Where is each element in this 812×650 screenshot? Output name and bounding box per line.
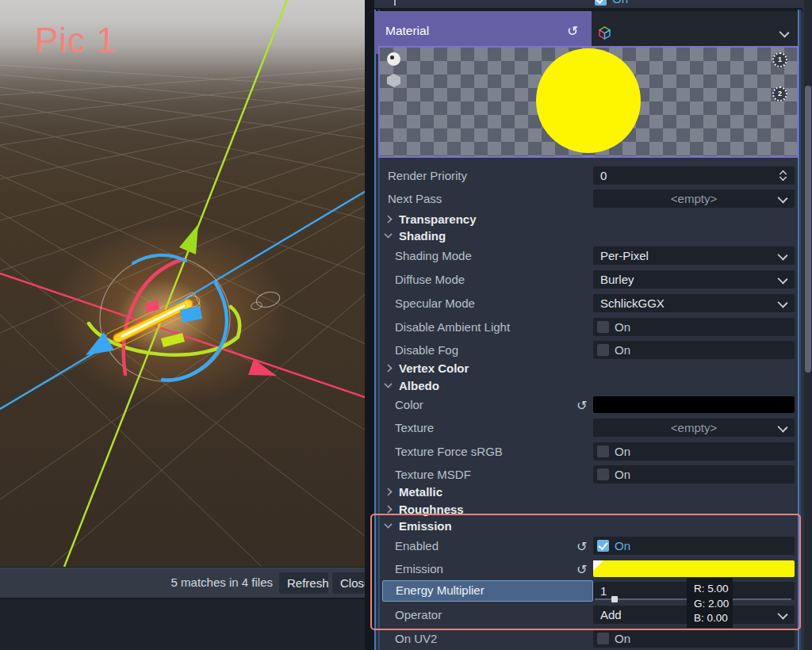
checkbox-unchecked[interactable]: [597, 633, 609, 644]
property-label: Specular Mode: [395, 296, 475, 310]
property-label: Shading Mode: [395, 249, 472, 262]
section-shading[interactable]: Shading: [385, 229, 446, 243]
dropdown-value: Add: [600, 608, 622, 621]
emission-color-picker[interactable]: [593, 560, 795, 577]
dropdown-value: SchlickGGX: [600, 296, 665, 310]
panel-divider[interactable]: [365, 0, 374, 650]
spinbox-value: 0: [600, 169, 607, 182]
next-pass-resource-picker[interactable]: <empty>: [593, 189, 795, 208]
property-label: Emission: [395, 562, 443, 575]
scrollbar-thumb[interactable]: [805, 86, 811, 373]
section-title: Metallic: [399, 485, 442, 499]
tooltip-red: R: 5.00: [694, 582, 733, 597]
color-value-tooltip: R: 5.00 G: 2.00 B: 0.00: [687, 578, 733, 628]
slider-handle[interactable]: [611, 596, 618, 602]
property-label: Enabled: [395, 539, 439, 552]
section-transparency[interactable]: Transparency: [385, 212, 477, 227]
section-albedo[interactable]: Albedo: [385, 379, 439, 393]
row-next-pass: Next Pass <empty>: [374, 189, 802, 208]
checkbox-checked[interactable]: [597, 540, 609, 552]
checkbox-unchecked[interactable]: [597, 445, 609, 457]
section-title: Transparency: [399, 212, 477, 226]
checkbox-label: On: [612, 0, 628, 6]
sphere-preview-toggle-icon[interactable]: [387, 52, 400, 66]
revert-icon[interactable]: ↺: [567, 23, 578, 40]
row-operator: Operator Add: [374, 606, 802, 624]
revert-icon[interactable]: ↺: [576, 562, 587, 577]
light-2-toggle-icon[interactable]: 2: [772, 86, 787, 101]
specular-mode-dropdown[interactable]: SchlickGGX: [593, 294, 795, 312]
section-title: Shading: [399, 229, 446, 243]
property-label: Diffuse Mode: [395, 273, 465, 286]
row-specular-mode: Specular Mode SchlickGGX: [374, 294, 802, 312]
row-albedo-texture: Texture <empty>: [374, 419, 802, 437]
chevron-down-icon: [779, 27, 789, 37]
checkbox-unchecked[interactable]: [597, 344, 609, 356]
section-roughness[interactable]: Roughness: [385, 503, 464, 517]
refresh-button[interactable]: Refresh: [279, 572, 328, 594]
checkbox-label: On: [615, 320, 630, 334]
property-label: Material: [385, 24, 429, 38]
section-metallic[interactable]: Metallic: [385, 485, 442, 499]
disable-fog-checkbox[interactable]: On: [593, 341, 795, 359]
chevron-down-icon: [777, 273, 787, 284]
mesh-resource-icon: [598, 26, 611, 40]
fold-arrow-icon: [384, 380, 392, 388]
revert-icon[interactable]: ↺: [576, 539, 587, 554]
checkbox-label: On: [615, 343, 630, 357]
checkbox-label: On: [615, 468, 630, 481]
revert-icon[interactable]: ↺: [576, 398, 587, 413]
checkbox-unchecked[interactable]: [597, 468, 609, 480]
property-label: Disable Fog: [395, 343, 458, 357]
row-shading-mode: Shading Mode Per-Pixel: [374, 247, 802, 265]
albedo-texture-resource-picker[interactable]: <empty>: [593, 419, 795, 437]
light-1-toggle-icon[interactable]: 1: [772, 52, 787, 67]
property-label: Operator: [395, 608, 442, 621]
energy-multiplier-label-highlight[interactable]: Energy Multiplier: [382, 580, 593, 602]
property-label: Texture: [395, 421, 434, 434]
checkbox-label: On: [615, 445, 630, 458]
section-title: Albedo: [399, 379, 439, 392]
row-diffuse-mode: Diffuse Mode Burley: [374, 270, 802, 289]
section-vertex-color[interactable]: Vertex Color: [385, 361, 469, 376]
section-title: Vertex Color: [399, 361, 469, 375]
render-priority-spinbox[interactable]: 0: [593, 166, 795, 185]
row-render-priority: Render Priority 0: [374, 166, 802, 185]
inspector-panel: On Material ↺: [374, 0, 812, 650]
dropdown-value: Burley: [600, 273, 634, 286]
chevron-down-icon: [777, 250, 787, 260]
annotation-text: Pic 1: [35, 21, 117, 60]
spin-updown-icon[interactable]: [779, 169, 787, 182]
fold-arrow-icon: [384, 230, 392, 238]
checkbox-unchecked[interactable]: [597, 321, 609, 333]
section-title: Roughness: [399, 503, 464, 516]
row-disable-fog: Disable Fog On: [374, 341, 802, 359]
tooltip-green: G: 2.00: [694, 597, 733, 612]
viewport-3d[interactable]: Pic 1: [0, 0, 365, 567]
shading-mode-dropdown[interactable]: Per-Pixel: [593, 247, 795, 265]
on-uv2-checkbox[interactable]: On: [593, 629, 795, 648]
dropdown-value: Per-Pixel: [600, 249, 649, 262]
diffuse-mode-dropdown[interactable]: Burley: [593, 270, 795, 289]
property-label: Texture Force sRGB: [395, 445, 503, 458]
property-label: Energy Multiplier: [396, 583, 485, 597]
texture-force-srgb-checkbox[interactable]: On: [593, 442, 795, 461]
fold-arrow-icon: [384, 364, 392, 372]
fold-arrow-icon: [384, 505, 392, 513]
checkbox-checked[interactable]: [595, 0, 607, 6]
close-button[interactable]: Close: [332, 572, 365, 594]
emission-enabled-checkbox[interactable]: On: [593, 537, 795, 555]
box-preview-toggle-icon[interactable]: [387, 74, 400, 87]
viewport-scene: [0, 0, 365, 567]
albedo-color-picker[interactable]: [593, 396, 795, 413]
revert-icon[interactable]: [394, 0, 396, 6]
disable-ambient-light-checkbox[interactable]: On: [593, 318, 795, 336]
section-emission[interactable]: Emission: [385, 519, 452, 533]
fold-arrow-icon: [384, 215, 392, 223]
texture-msdf-checkbox[interactable]: On: [593, 465, 795, 484]
search-results-bar: 5 matches in 4 files Refresh Close: [0, 568, 365, 598]
row-texture-force-srgb: Texture Force sRGB On: [374, 442, 802, 461]
property-label: Render Priority: [388, 169, 467, 182]
overbright-indicator-icon: [593, 560, 603, 571]
chevron-down-icon: [777, 609, 787, 619]
